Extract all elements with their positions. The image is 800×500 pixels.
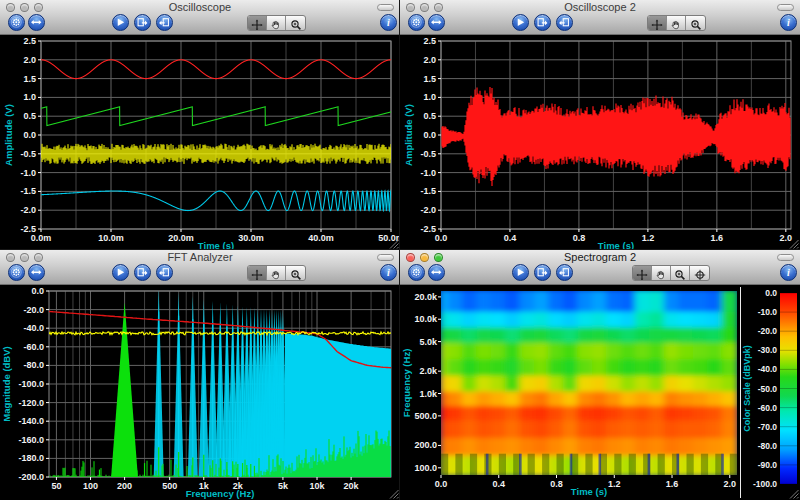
titlebar[interactable]: Oscilloscope 2 — [400, 0, 800, 14]
close-button[interactable] — [406, 253, 415, 262]
export-snapshot-button[interactable] — [534, 264, 551, 281]
input-device-button[interactable] — [408, 264, 425, 281]
svg-text:-70.0: -70.0 — [758, 422, 778, 432]
svg-text:1.2: 1.2 — [642, 233, 655, 243]
close-button[interactable] — [406, 3, 415, 12]
svg-text:2.0: 2.0 — [423, 55, 436, 65]
zoom-mode-segment[interactable] — [671, 266, 690, 280]
zoom-button[interactable] — [34, 253, 43, 262]
target-mode-segment[interactable] — [690, 266, 709, 280]
zoom-button[interactable] — [434, 253, 443, 262]
svg-text:Frequency (Hz): Frequency (Hz) — [401, 349, 412, 418]
toolbar-toggle-pill[interactable] — [777, 254, 794, 261]
cursor-mode-segment[interactable] — [633, 266, 652, 280]
play-button[interactable] — [112, 264, 129, 281]
play-button[interactable] — [112, 14, 129, 31]
svg-text:-2.0: -2.0 — [20, 205, 36, 215]
target-icon — [694, 267, 706, 279]
close-button[interactable] — [6, 253, 15, 262]
info-button[interactable]: i — [780, 264, 797, 281]
play-button[interactable] — [512, 14, 529, 31]
svg-text:-2.5: -2.5 — [420, 224, 436, 234]
svg-text:-2.0: -2.0 — [420, 205, 436, 215]
pan-mode-segment[interactable] — [667, 16, 686, 30]
crosshair-icon — [651, 17, 663, 29]
svg-text:-20.0: -20.0 — [23, 305, 44, 315]
toolbar-toggle-pill[interactable] — [377, 4, 394, 11]
svg-text:-10.0: -10.0 — [758, 307, 778, 317]
zoom-button[interactable] — [434, 3, 443, 12]
spectrogram-plot[interactable]: 0.00.40.81.21.62.0100.0200.0500.01.0k2.0… — [401, 285, 799, 500]
minimize-button[interactable] — [20, 253, 29, 262]
svg-text:i: i — [787, 17, 790, 28]
zoom-mode-segment[interactable] — [686, 16, 705, 30]
traffic-lights — [6, 3, 48, 12]
zoom-button[interactable] — [34, 3, 43, 12]
titlebar[interactable]: Oscilloscope — [0, 0, 400, 14]
import-snapshot-button[interactable] — [556, 14, 573, 31]
oscilloscope-2-plot[interactable]: 0.00.40.81.21.62.02.52.01.51.00.50.0-0.5… — [401, 35, 799, 250]
minimize-button[interactable] — [420, 3, 429, 12]
svg-text:-20.0: -20.0 — [758, 326, 778, 336]
toolbar-toggle-pill[interactable] — [377, 254, 394, 261]
io-config-button[interactable] — [428, 264, 445, 281]
svg-text:-120.0: -120.0 — [18, 398, 44, 408]
io-config-button[interactable] — [28, 264, 45, 281]
input-device-button[interactable] — [8, 14, 25, 31]
input-device-button[interactable] — [408, 14, 425, 31]
mode-segmented-control — [247, 15, 306, 31]
export-snapshot-button[interactable] — [134, 264, 151, 281]
zoom-mode-segment[interactable] — [286, 16, 305, 30]
fft-analyzer-plot[interactable]: 501002005001k2k5k10k20k0.0-20.0-40.0-60.… — [1, 285, 399, 500]
close-button[interactable] — [6, 3, 15, 12]
svg-text:50: 50 — [51, 481, 61, 491]
traffic-lights — [6, 253, 48, 262]
import-snapshot-button[interactable] — [156, 264, 173, 281]
minimize-button[interactable] — [20, 3, 29, 12]
svg-text:-140.0: -140.0 — [18, 416, 44, 426]
svg-text:2.0: 2.0 — [780, 233, 793, 243]
export-snapshot-button[interactable] — [534, 14, 551, 31]
mode-segmented-control — [247, 265, 306, 281]
minimize-button[interactable] — [420, 253, 429, 262]
info-button[interactable]: i — [380, 264, 397, 281]
input-device-button[interactable] — [8, 264, 25, 281]
window-chrome: Oscilloscope i — [0, 0, 400, 35]
info-button[interactable]: i — [780, 14, 797, 31]
svg-text:5.0k: 5.0k — [419, 337, 438, 347]
export-snapshot-button[interactable] — [134, 14, 151, 31]
pan-mode-segment[interactable] — [267, 266, 286, 280]
traffic-lights — [406, 253, 448, 262]
pan-mode-segment[interactable] — [267, 16, 286, 30]
titlebar[interactable]: Spectrogram 2 — [400, 250, 800, 264]
window-chrome: Oscilloscope 2 i — [400, 0, 800, 35]
svg-text:500: 500 — [162, 481, 177, 491]
pan-mode-segment[interactable] — [652, 266, 671, 280]
import-snapshot-button[interactable] — [556, 264, 573, 281]
toolbar-toggle-pill[interactable] — [777, 4, 794, 11]
resize-grip[interactable] — [390, 490, 399, 499]
svg-text:Amplitude (V): Amplitude (V) — [403, 104, 414, 166]
svg-text:0.4: 0.4 — [492, 479, 505, 489]
titlebar[interactable]: FFT Analyzer — [0, 250, 400, 264]
import-snapshot-button[interactable] — [156, 14, 173, 31]
oscilloscope-plot[interactable]: 0.0m10.0m20.0m30.0m40.0m50.0m2.52.01.51.… — [1, 35, 399, 250]
svg-text:2.0: 2.0 — [724, 479, 737, 489]
io-config-button[interactable] — [428, 14, 445, 31]
zoom-mode-segment[interactable] — [286, 266, 305, 280]
play-button[interactable] — [512, 264, 529, 281]
svg-text:1.0k: 1.0k — [419, 389, 438, 399]
mode-segmented-control — [632, 265, 710, 281]
svg-text:2.0k: 2.0k — [419, 366, 438, 376]
resize-grip[interactable] — [790, 490, 799, 499]
info-button[interactable]: i — [380, 14, 397, 31]
svg-text:-160.0: -160.0 — [18, 435, 44, 445]
io-config-button[interactable] — [28, 14, 45, 31]
hand-icon — [270, 17, 282, 29]
cursor-mode-segment[interactable] — [248, 16, 267, 30]
toolbar: i — [400, 14, 800, 33]
svg-text:20.0k: 20.0k — [414, 292, 438, 302]
cursor-mode-segment[interactable] — [648, 16, 667, 30]
cursor-mode-segment[interactable] — [248, 266, 267, 280]
svg-text:10.0m: 10.0m — [98, 233, 124, 243]
